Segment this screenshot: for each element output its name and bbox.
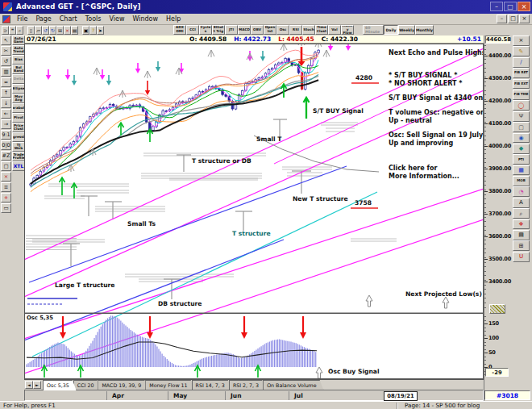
undo-icon[interactable]: U <box>513 252 530 262</box>
close-drawing-icon[interactable]: × <box>513 35 530 46</box>
menu-tools[interactable]: Tools <box>81 14 106 25</box>
tab-scroll-right-button[interactable]: ► <box>33 381 41 389</box>
study-button-vol[interactable]: Vol <box>328 25 341 35</box>
period-button-daily[interactable]: Daily <box>384 25 398 35</box>
study-auto-gann[interactable]: Auto Gann <box>12 35 25 45</box>
delete-icon[interactable]: × <box>64 26 71 35</box>
study-button-rsi[interactable]: RSI <box>289 25 302 35</box>
box-tool-icon[interactable]: ▢ <box>1 161 11 171</box>
fib-time-icon[interactable]: FIB TME <box>513 90 530 100</box>
menu-window[interactable]: Window <box>128 14 162 25</box>
elliott-wave-icon[interactable]: ≈ <box>1 77 11 87</box>
tab-scroll-left-button[interactable]: ◄ <box>25 381 33 389</box>
scroll-right-icon[interactable]: → <box>1 119 11 129</box>
mob-icon[interactable]: MOB <box>513 176 530 186</box>
folder-icon[interactable]: ▭ <box>1 203 11 213</box>
zoom-icon[interactable]: ⌕ <box>16 26 23 35</box>
study-trade-profile[interactable]: Trade Profile <box>12 152 25 161</box>
scroll-left-icon[interactable]: ← <box>1 109 11 119</box>
compress-icon[interactable]: #Z <box>1 151 11 161</box>
refresh-forward-icon[interactable]: ↻ <box>49 26 56 35</box>
study-tj-web[interactable]: TJ Web <box>12 142 25 152</box>
paste-icon[interactable]: ▤ <box>71 26 78 35</box>
help-icon[interactable]: ? <box>89 26 97 35</box>
scroll-down-icon[interactable]: ↓ <box>1 98 11 108</box>
pointer-tool-icon[interactable]: ⊃ <box>2 26 9 35</box>
study-price-clust[interactable]: Price Clust <box>12 123 25 132</box>
pitchfork-icon[interactable]: Ψ <box>513 111 530 122</box>
period-button-monthly[interactable]: Monthly <box>415 25 434 35</box>
crosshair-icon[interactable]: + <box>1 193 11 202</box>
gann-box-icon[interactable]: ▢ <box>513 122 530 132</box>
study-button-elliott-trig[interactable]: Elliott Trig <box>212 25 225 35</box>
fib-retracement-icon[interactable]: FIB RET <box>513 68 530 78</box>
time-cluster-icon[interactable]: ▦ <box>513 165 530 176</box>
quote-icon[interactable]: ❞ <box>9 26 16 35</box>
study-ellipse[interactable]: Ellipse <box>12 84 25 94</box>
tab-osc-5-35[interactable]: Osc 5,35 <box>43 380 77 390</box>
fib-extension-icon[interactable]: FIB EXT <box>513 79 530 90</box>
study-button-open-int[interactable]: Open Int <box>264 25 276 35</box>
study-button-stoch[interactable]: Stoch <box>302 25 315 35</box>
menu-chart[interactable]: Chart <box>56 14 81 25</box>
close-button[interactable]: × <box>517 2 530 11</box>
price-chart-canvas[interactable]: Next Echo and Pulse Highs* S/T BUY SIGNA… <box>24 44 484 379</box>
pti-icon[interactable]: PTI <box>513 154 530 165</box>
study-button-cycles[interactable]: Cycles <box>199 25 212 35</box>
period-button-weekly[interactable]: Weekly <box>398 25 415 35</box>
open-icon[interactable]: ▱ <box>35 26 42 35</box>
menu-help[interactable]: Help <box>162 14 185 25</box>
study-delta[interactable]: Delta <box>12 74 25 84</box>
study-parabolic[interactable]: Parabolic <box>12 103 25 113</box>
bar-style-icon[interactable]: ▥ <box>1 67 11 77</box>
study-mov-avg[interactable]: Mov Avg <box>12 94 25 103</box>
study-button-time-clust[interactable]: Time Clust <box>315 25 328 35</box>
study-button-osc[interactable]: Osc <box>276 25 289 35</box>
ellipse-tool-icon[interactable]: ◯ <box>513 100 530 111</box>
split-view-icon[interactable]: 9:1 <box>1 130 11 140</box>
panel-resize-button[interactable] <box>489 304 505 314</box>
zoom-tool-icon[interactable]: ⌕ <box>513 208 530 219</box>
grid-page-icon[interactable]: ▤ <box>513 230 530 240</box>
print-icon[interactable]: ▣ <box>82 26 89 35</box>
maximize-button[interactable]: □ <box>504 2 517 11</box>
refresh-back-icon[interactable]: ↺ <box>42 26 49 35</box>
eraser-icon[interactable]: ✂ <box>1 46 11 56</box>
menu-page[interactable]: Page <box>31 14 55 25</box>
palette-icon[interactable]: ❖ <box>513 219 530 230</box>
copy-icon[interactable]: ⊞ <box>56 26 64 35</box>
mdi-restore-button[interactable]: □ <box>508 15 518 23</box>
study-auto-trend[interactable]: Auto Trend <box>12 45 25 55</box>
minimize-button[interactable]: – <box>490 2 503 11</box>
new-chart-icon[interactable]: ▯ <box>27 26 35 35</box>
date-axis[interactable]: AprMayJunJul08/19/21 <box>24 390 484 401</box>
study-bias[interactable]: Bias <box>12 55 25 65</box>
trendline-icon[interactable]: / <box>513 57 530 68</box>
study-button-jti[interactable]: JTI <box>225 25 238 35</box>
study-button-adx-dmi[interactable]: ADX DMI <box>173 25 186 35</box>
study-button-money-flow[interactable]: Money Flow <box>341 25 354 35</box>
select-pointer-icon[interactable]: ↖ <box>1 35 11 45</box>
study-button-macd[interactable]: MACD <box>238 25 251 35</box>
lines-icon[interactable]: ≡ <box>1 182 11 192</box>
text-tool-icon[interactable]: A <box>513 198 530 208</box>
bias-diamond-icon[interactable]: ◆ <box>513 144 530 154</box>
reset-icon[interactable]: ↺ <box>1 56 11 66</box>
info-link-text[interactable]: Click here for <box>389 165 437 172</box>
mob-ellipse-icon[interactable]: ◉ <box>513 133 530 144</box>
copy-page-icon[interactable]: ⊞ <box>513 240 530 251</box>
study-button-cci[interactable]: CCI <box>186 25 199 35</box>
study-bol-band[interactable]: Bol Band <box>12 65 25 74</box>
period-button-60-minute[interactable]: 60 Minute <box>363 25 384 35</box>
mdi-close-button[interactable]: × <box>519 15 530 23</box>
price-axis[interactable]: 4460.584400.004300.004200.004100.004000.… <box>484 35 510 401</box>
info-link-text[interactable]: More Information... <box>389 173 459 180</box>
study-button-obv[interactable]: OBV <box>251 25 264 35</box>
study-xtl[interactable]: XTL <box>12 161 25 171</box>
mdi-minimize-button[interactable]: – <box>497 15 507 23</box>
study-pivot[interactable]: Pivot <box>12 113 25 123</box>
digit-display-icon[interactable]: 0|0 <box>1 140 11 150</box>
delete-lines-icon[interactable]: × <box>1 172 11 182</box>
study-regression[interactable]: Regression <box>12 132 25 142</box>
alarm-icon[interactable]: ◔ <box>513 186 530 197</box>
